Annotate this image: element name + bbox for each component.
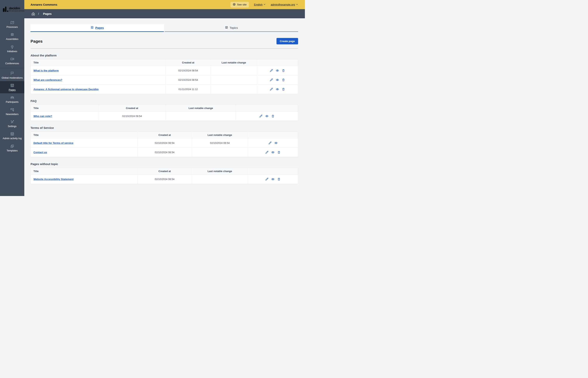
language-selector[interactable]: English (254, 3, 266, 6)
column-header-title: Title (31, 59, 166, 66)
sidebar-item-initiatives[interactable]: Initiatives (0, 43, 24, 55)
sidebar-item-assemblies[interactable]: Assemblies (0, 30, 24, 42)
edit-pencil-icon[interactable] (270, 69, 273, 72)
last-change-cell (211, 66, 257, 75)
mail-add-icon (10, 108, 14, 112)
preview-eye-icon[interactable] (274, 141, 278, 145)
preview-eye-icon[interactable] (276, 69, 279, 72)
page-title-link[interactable]: Website Accessibility Statement (33, 178, 74, 181)
language-label: English (254, 3, 263, 6)
article-icon (91, 26, 94, 30)
sidebar-item-admin-activity-log[interactable]: Admin activity log (0, 130, 24, 142)
page-title-link[interactable]: What is the platform (33, 69, 59, 72)
column-header-created-at: Created at (166, 59, 211, 66)
sidebar-nav-admin: Global moderations Pages Participants Ne… (0, 69, 24, 154)
sidebar-item-participants[interactable]: Participants (0, 93, 24, 105)
article-icon (10, 132, 14, 136)
row-actions (248, 138, 298, 148)
section-heading: Terms of Service (30, 126, 298, 129)
preview-eye-icon[interactable] (276, 88, 279, 91)
chevron-down-icon (264, 3, 266, 6)
delete-trash-icon[interactable] (271, 114, 275, 118)
sidebar-item-conferences[interactable]: Conferences (0, 55, 24, 67)
column-header-last-change: Last notable change (211, 59, 257, 66)
page-title-link[interactable]: Default title for Terms of service (33, 142, 73, 144)
sidebar-item-newsletters[interactable]: Newsletters (0, 106, 24, 118)
pages-table: Title Created at Last notable change Web… (30, 168, 298, 184)
edit-pencil-icon[interactable] (270, 88, 273, 91)
preview-eye-icon[interactable] (271, 177, 275, 181)
decidim-logo-mark (3, 7, 8, 12)
account-label: admin@example.org (271, 3, 295, 6)
page-title-link[interactable]: Who can vote? (33, 115, 52, 118)
create-page-button[interactable]: Create page (277, 38, 298, 44)
row-actions (257, 66, 298, 75)
flag-icon (10, 71, 14, 76)
edit-pencil-icon[interactable] (270, 78, 273, 81)
tab-pages[interactable]: Pages (30, 24, 164, 32)
home-icon[interactable] (31, 12, 35, 16)
tab-topics[interactable]: Topics (165, 24, 298, 32)
last-change-cell (192, 148, 248, 157)
logo-tagline: free open-source democracy (9, 10, 25, 12)
sidebar-item-global-moderations[interactable]: Global moderations (0, 69, 24, 81)
page-section: FAQ Title Created at Last notable change… (30, 99, 298, 121)
edit-pencil-icon[interactable] (268, 141, 272, 145)
breadcrumb: / Pages (24, 9, 305, 18)
delete-trash-icon[interactable] (277, 177, 281, 181)
preview-eye-icon[interactable] (276, 78, 279, 81)
column-header-last-change: Last notable change (192, 132, 248, 138)
copy-icon (10, 144, 14, 148)
see-site-icon (233, 3, 236, 6)
last-change-cell (211, 85, 257, 94)
column-header-created-at: Created at (98, 105, 166, 111)
sidebar-divider (0, 68, 24, 68)
map-icon (10, 20, 14, 25)
row-actions (236, 111, 298, 121)
delete-trash-icon[interactable] (277, 151, 281, 154)
created-at-cell: 02/10/2024 08:54 (138, 138, 192, 148)
created-at-cell: 01/11/2024 11:12 (166, 85, 211, 94)
preview-eye-icon[interactable] (265, 114, 268, 118)
sidebar-item-templates[interactable]: Templates (0, 142, 24, 154)
delete-trash-icon[interactable] (282, 69, 285, 72)
edit-pencil-icon[interactable] (259, 114, 263, 118)
preview-eye-icon[interactable] (271, 151, 275, 154)
created-at-cell: 02/10/2024 08:54 (98, 111, 166, 121)
column-header-created-at: Created at (138, 132, 192, 138)
pages-table: Title Created at Last notable change Wha… (30, 59, 298, 94)
sidebar-item-settings[interactable]: Settings (0, 118, 24, 130)
account-menu[interactable]: admin@example.org (271, 3, 298, 6)
lightbulb-icon (10, 45, 14, 49)
breadcrumb-current-pages[interactable]: Pages (43, 12, 51, 15)
page-title-link[interactable]: Contact us (33, 151, 47, 154)
section-heading: Pages without topic (30, 162, 298, 166)
see-site-label: See site (237, 3, 247, 6)
sidebar-item-pages[interactable]: Pages (0, 81, 24, 93)
column-header-actions (248, 132, 298, 138)
logo-dot-icon (7, 11, 8, 12)
organization-name: Annares Commons (30, 3, 57, 6)
edit-pencil-icon[interactable] (265, 177, 268, 181)
page-title-link[interactable]: Annares: A fictionnal universe to showca… (33, 88, 99, 91)
row-actions (248, 175, 298, 184)
created-at-cell: 02/10/2024 08:54 (166, 66, 211, 75)
logo-brand-text: decidim (9, 7, 25, 10)
created-at-cell: 02/10/2024 08:54 (166, 75, 211, 85)
delete-trash-icon[interactable] (282, 78, 285, 81)
tools-icon (10, 120, 14, 124)
edit-pencil-icon[interactable] (265, 151, 268, 154)
page-title: Pages (30, 39, 43, 44)
pages-table: Title Created at Last notable change Def… (30, 132, 298, 157)
column-header-title: Title (31, 168, 138, 175)
last-change-cell (211, 75, 257, 85)
page-title-link[interactable]: What are conferences? (33, 79, 63, 81)
created-at-cell: 02/10/2024 08:54 (138, 175, 192, 184)
section-heading: FAQ (30, 99, 298, 103)
article-icon (10, 83, 14, 88)
sidebar-item-processes[interactable]: Processes (0, 18, 24, 30)
column-header-actions (257, 59, 298, 66)
decidim-logo[interactable]: decidim free open-source democracy (0, 0, 24, 18)
see-site-button[interactable]: See site (230, 2, 249, 8)
delete-trash-icon[interactable] (282, 88, 285, 91)
